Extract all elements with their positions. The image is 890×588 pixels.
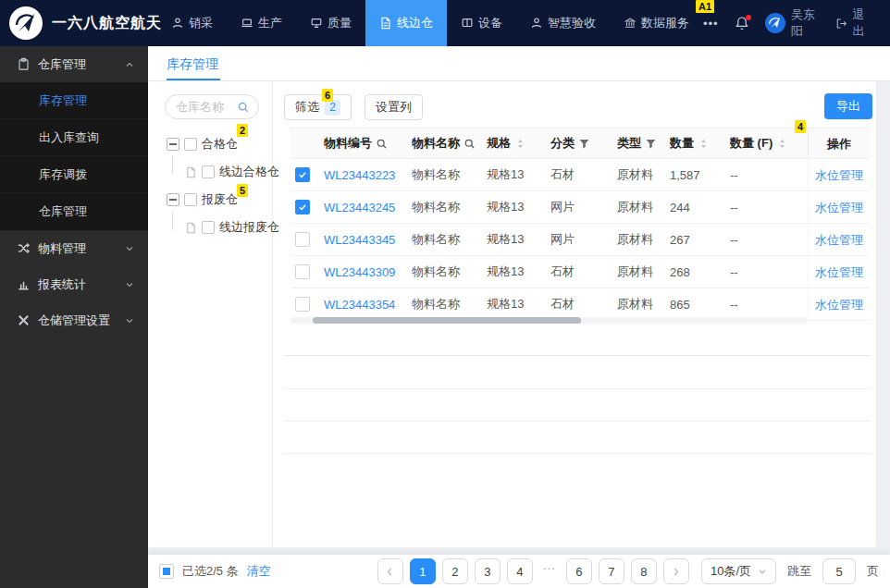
collapse-icon[interactable] bbox=[167, 138, 179, 151]
nav-item-智慧验收[interactable]: 智慧验收 bbox=[516, 0, 610, 46]
tree-label[interactable]: 报废仓 bbox=[202, 191, 238, 208]
jump-page-input[interactable] bbox=[822, 558, 856, 584]
horizontal-scrollbar-thumb[interactable] bbox=[313, 317, 581, 324]
sort-icon[interactable] bbox=[776, 138, 788, 150]
header-category[interactable]: 分类 bbox=[550, 135, 617, 152]
nav-item-数据服务[interactable]: 数据服务 bbox=[610, 0, 703, 46]
collapse-icon[interactable] bbox=[167, 193, 179, 206]
logout-button[interactable]: 退出 bbox=[835, 6, 873, 40]
qty-f-cell: -- bbox=[730, 201, 808, 214]
sidebar-group-warehouse[interactable]: 仓库管理 bbox=[0, 46, 148, 82]
sidebar-item-库存管理[interactable]: 库存管理 bbox=[0, 82, 148, 119]
type-cell: 原材料 bbox=[617, 263, 670, 280]
page-button-6[interactable]: 6 bbox=[566, 558, 592, 584]
annotation-badge-a1: A1 bbox=[696, 0, 714, 13]
header-qty-f[interactable]: 数量 (F) bbox=[730, 135, 808, 152]
nav-item-线边仓[interactable]: 线边仓 bbox=[365, 0, 447, 46]
sidebar-item-出入库查询[interactable]: 出入库查询 bbox=[0, 119, 148, 156]
page-button-4[interactable]: 4 bbox=[507, 558, 533, 584]
water-level-link[interactable]: 水位管理 bbox=[815, 232, 863, 249]
tab-inventory[interactable]: 库存管理 bbox=[167, 46, 218, 81]
chevron-down-icon bbox=[124, 243, 135, 254]
header-material-name[interactable]: 物料名称 bbox=[412, 135, 487, 152]
sort-icon[interactable] bbox=[698, 138, 710, 150]
sidebar-group-reports[interactable]: 报表统计 bbox=[0, 266, 148, 302]
page-button-2[interactable]: 2 bbox=[442, 558, 468, 584]
sort-icon[interactable] bbox=[514, 138, 526, 150]
header-type[interactable]: 类型 bbox=[617, 135, 670, 152]
warehouse-search-input[interactable] bbox=[176, 100, 237, 114]
jump-label: 跳至 bbox=[787, 563, 811, 580]
tree-node-line-qualified: 线边合格仓 bbox=[148, 158, 272, 186]
sidebar-item-库存调拨[interactable]: 库存调拨 bbox=[0, 156, 148, 193]
water-level-link[interactable]: 水位管理 bbox=[815, 264, 863, 281]
tree-label[interactable]: 线边报废仓 bbox=[219, 219, 279, 236]
row-checkbox[interactable] bbox=[295, 200, 310, 214]
search-icon[interactable] bbox=[376, 138, 388, 150]
header-spec[interactable]: 规格 bbox=[487, 135, 550, 152]
row-checkbox[interactable] bbox=[295, 232, 310, 247]
qty-f-cell: -- bbox=[730, 298, 808, 312]
nav-item-销采[interactable]: 销采 bbox=[157, 0, 227, 46]
user-menu[interactable]: 吴东阳 bbox=[765, 6, 820, 40]
table-row: WL23443345物料名称规格13网片原材料267--水位管理 bbox=[290, 224, 870, 256]
tree-checkbox[interactable] bbox=[184, 193, 197, 206]
export-button[interactable]: 导出 bbox=[824, 93, 872, 119]
tree-checkbox[interactable] bbox=[184, 138, 197, 151]
page-button-3[interactable]: 3 bbox=[475, 558, 501, 584]
material-code-link[interactable]: WL23443223 bbox=[324, 168, 395, 182]
tree-node-scrap: 报废仓 bbox=[148, 186, 272, 214]
header-qty[interactable]: 数量 bbox=[670, 135, 730, 152]
qty-cell: 267 bbox=[670, 233, 730, 247]
material-code-link[interactable]: WL23443245 bbox=[324, 201, 395, 214]
page-button-1[interactable]: 1 bbox=[410, 558, 436, 584]
nav-item-质量[interactable]: 质量 bbox=[296, 0, 365, 46]
qty-cell: 244 bbox=[670, 201, 730, 214]
select-all-checkbox[interactable] bbox=[159, 564, 174, 579]
type-cell: 原材料 bbox=[617, 166, 670, 183]
notification-bell-icon[interactable] bbox=[735, 16, 749, 31]
filter-funnel-icon[interactable] bbox=[645, 138, 657, 150]
next-page-button[interactable] bbox=[663, 558, 689, 584]
sidebar-group-material[interactable]: 物料管理 bbox=[0, 230, 148, 266]
header-material-code[interactable]: 物料编号 bbox=[324, 135, 412, 152]
search-icon[interactable] bbox=[464, 138, 476, 150]
column-settings-label: 设置列 bbox=[376, 99, 412, 116]
annotation-badge-tree2: 5 bbox=[237, 184, 248, 197]
table-toolbar: 筛选 2 设置列 导出 bbox=[284, 94, 876, 120]
water-level-link[interactable]: 水位管理 bbox=[815, 200, 863, 216]
page-button-8[interactable]: 8 bbox=[631, 558, 657, 584]
nav-item-生产[interactable]: 生产 bbox=[227, 0, 296, 46]
water-level-link[interactable]: 水位管理 bbox=[815, 167, 863, 184]
selected-count: 已选2/5 条 bbox=[182, 563, 239, 580]
sidebar-group-settings[interactable]: 仓储管理设置 bbox=[0, 302, 148, 338]
page-button-7[interactable]: 7 bbox=[599, 558, 624, 584]
qty-cell: 268 bbox=[670, 265, 730, 279]
row-checkbox[interactable] bbox=[295, 297, 310, 312]
page-size-select[interactable]: 10条/页 bbox=[701, 558, 776, 584]
clear-selection-link[interactable]: 清空 bbox=[247, 563, 271, 580]
row-checkbox[interactable] bbox=[295, 167, 310, 182]
water-level-link[interactable]: 水位管理 bbox=[815, 297, 863, 313]
jump-suffix: 页 bbox=[867, 563, 879, 580]
sidebar-item-仓库管理[interactable]: 仓库管理 bbox=[0, 193, 148, 230]
search-icon[interactable] bbox=[237, 101, 250, 114]
filter-funnel-icon[interactable] bbox=[578, 138, 590, 150]
prev-page-button[interactable] bbox=[377, 558, 403, 584]
column-settings-button[interactable]: 设置列 bbox=[365, 94, 423, 120]
material-code-link[interactable]: WL23443345 bbox=[324, 233, 395, 247]
row-checkbox[interactable] bbox=[295, 264, 310, 279]
tree-checkbox[interactable] bbox=[202, 165, 215, 178]
material-code-link[interactable]: WL23443309 bbox=[324, 265, 395, 279]
tree-checkbox[interactable] bbox=[202, 221, 215, 234]
brand[interactable]: 一六八航空航天 bbox=[0, 6, 157, 40]
nav-item-设备[interactable]: 设备 bbox=[447, 0, 516, 46]
nav-more-button[interactable]: ••• bbox=[703, 17, 719, 31]
tree-label[interactable]: 线边合格仓 bbox=[219, 164, 279, 180]
filter-button[interactable]: 筛选 2 bbox=[284, 94, 352, 120]
warehouse-tree-panel: 合格仓 线边合格仓 报废仓 线边报废仓 bbox=[148, 81, 273, 547]
content-panel: 合格仓 线边合格仓 报废仓 线边报废仓 bbox=[148, 81, 876, 547]
material-code-link[interactable]: WL23443354 bbox=[324, 298, 395, 312]
tree-label[interactable]: 合格仓 bbox=[202, 136, 238, 153]
pager-ellipsis[interactable]: ... bbox=[539, 558, 560, 584]
